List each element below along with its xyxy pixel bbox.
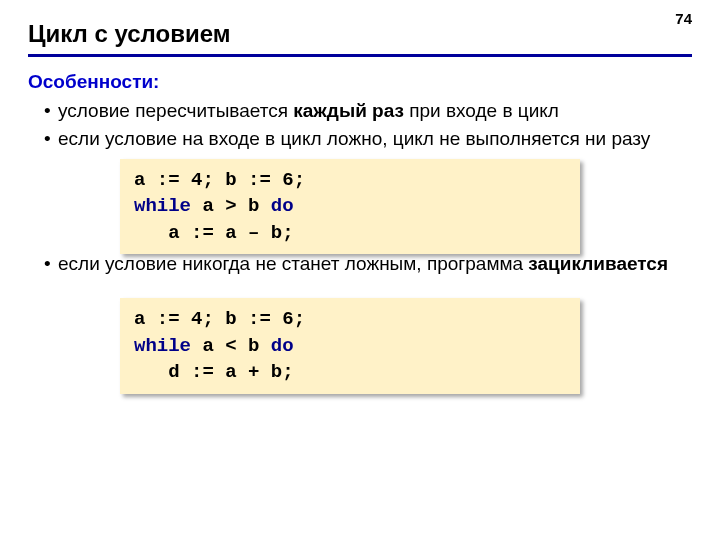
- keyword: do: [271, 335, 294, 357]
- keyword: do: [271, 195, 294, 217]
- list-item: если условие на входе в цикл ложно, цикл…: [44, 127, 692, 151]
- code-text: a > b: [191, 195, 271, 217]
- page-title: Цикл с условием: [28, 20, 692, 57]
- code-line: a := 4; b := 6;: [134, 308, 305, 330]
- page-number: 74: [675, 10, 692, 27]
- code-text: a < b: [191, 335, 271, 357]
- code-line: a := 4; b := 6;: [134, 169, 305, 191]
- text: условие пересчитывается: [58, 100, 293, 121]
- section-heading: Особенности:: [28, 71, 692, 93]
- text: при входе в цикл: [404, 100, 559, 121]
- code-line: a := a – b;: [134, 222, 294, 244]
- bullet-list: условие пересчитывается каждый раз при в…: [28, 99, 692, 151]
- code-block-2: a := 4; b := 6; while a < b do d := a + …: [120, 298, 580, 394]
- code-block-1: a := 4; b := 6; while a > b do a := a – …: [120, 159, 580, 255]
- keyword: while: [134, 335, 191, 357]
- text-bold: зацикливается: [528, 253, 668, 274]
- keyword: while: [134, 195, 191, 217]
- list-item: если условие никогда не станет ложным, п…: [44, 252, 692, 276]
- text-bold: каждый раз: [293, 100, 404, 121]
- code-line: d := a + b;: [134, 361, 294, 383]
- bullet-list: если условие никогда не станет ложным, п…: [28, 252, 692, 276]
- text: если условие никогда не станет ложным, п…: [58, 253, 528, 274]
- list-item: условие пересчитывается каждый раз при в…: [44, 99, 692, 123]
